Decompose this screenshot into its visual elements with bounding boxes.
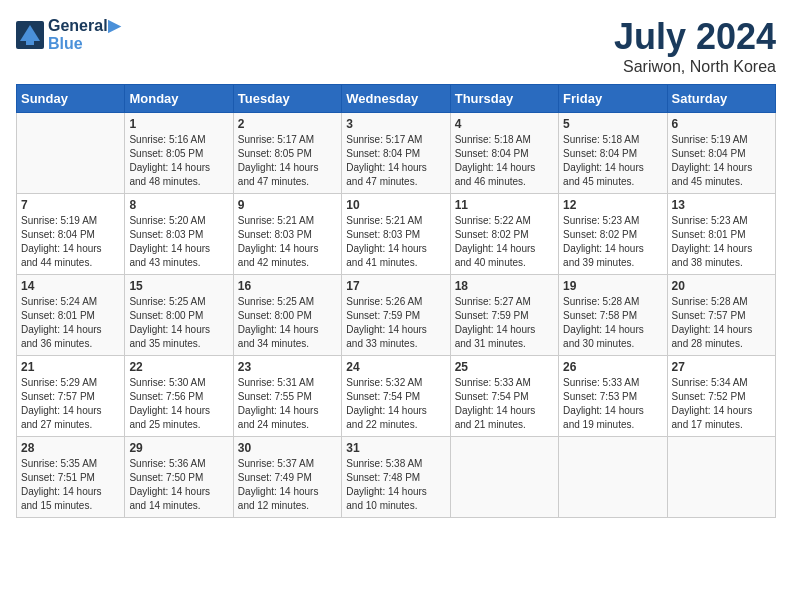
day-number: 24 [346, 360, 445, 374]
day-info: Sunrise: 5:19 AM Sunset: 8:04 PM Dayligh… [672, 133, 771, 189]
weekday-wednesday: Wednesday [342, 85, 450, 113]
day-info: Sunrise: 5:33 AM Sunset: 7:54 PM Dayligh… [455, 376, 554, 432]
day-number: 7 [21, 198, 120, 212]
calendar-cell: 1Sunrise: 5:16 AM Sunset: 8:05 PM Daylig… [125, 113, 233, 194]
calendar-cell: 16Sunrise: 5:25 AM Sunset: 8:00 PM Dayli… [233, 275, 341, 356]
day-number: 19 [563, 279, 662, 293]
day-number: 29 [129, 441, 228, 455]
day-info: Sunrise: 5:24 AM Sunset: 8:01 PM Dayligh… [21, 295, 120, 351]
day-info: Sunrise: 5:37 AM Sunset: 7:49 PM Dayligh… [238, 457, 337, 513]
weekday-tuesday: Tuesday [233, 85, 341, 113]
calendar-cell: 28Sunrise: 5:35 AM Sunset: 7:51 PM Dayli… [17, 437, 125, 518]
day-info: Sunrise: 5:35 AM Sunset: 7:51 PM Dayligh… [21, 457, 120, 513]
calendar-cell: 11Sunrise: 5:22 AM Sunset: 8:02 PM Dayli… [450, 194, 558, 275]
calendar-cell: 13Sunrise: 5:23 AM Sunset: 8:01 PM Dayli… [667, 194, 775, 275]
day-info: Sunrise: 5:25 AM Sunset: 8:00 PM Dayligh… [129, 295, 228, 351]
calendar-cell: 3Sunrise: 5:17 AM Sunset: 8:04 PM Daylig… [342, 113, 450, 194]
day-number: 8 [129, 198, 228, 212]
day-number: 23 [238, 360, 337, 374]
calendar-cell: 25Sunrise: 5:33 AM Sunset: 7:54 PM Dayli… [450, 356, 558, 437]
day-number: 31 [346, 441, 445, 455]
calendar-cell [450, 437, 558, 518]
day-info: Sunrise: 5:38 AM Sunset: 7:48 PM Dayligh… [346, 457, 445, 513]
calendar-cell: 19Sunrise: 5:28 AM Sunset: 7:58 PM Dayli… [559, 275, 667, 356]
calendar-header: SundayMondayTuesdayWednesdayThursdayFrid… [17, 85, 776, 113]
day-info: Sunrise: 5:26 AM Sunset: 7:59 PM Dayligh… [346, 295, 445, 351]
day-number: 2 [238, 117, 337, 131]
day-number: 6 [672, 117, 771, 131]
day-info: Sunrise: 5:23 AM Sunset: 8:02 PM Dayligh… [563, 214, 662, 270]
calendar-cell: 31Sunrise: 5:38 AM Sunset: 7:48 PM Dayli… [342, 437, 450, 518]
day-info: Sunrise: 5:36 AM Sunset: 7:50 PM Dayligh… [129, 457, 228, 513]
day-number: 26 [563, 360, 662, 374]
day-number: 18 [455, 279, 554, 293]
day-number: 22 [129, 360, 228, 374]
day-number: 10 [346, 198, 445, 212]
calendar-cell: 9Sunrise: 5:21 AM Sunset: 8:03 PM Daylig… [233, 194, 341, 275]
day-info: Sunrise: 5:22 AM Sunset: 8:02 PM Dayligh… [455, 214, 554, 270]
logo: General▶ Blue [16, 16, 120, 53]
calendar-cell [17, 113, 125, 194]
calendar-cell [667, 437, 775, 518]
calendar-cell: 18Sunrise: 5:27 AM Sunset: 7:59 PM Dayli… [450, 275, 558, 356]
day-number: 9 [238, 198, 337, 212]
calendar-cell: 4Sunrise: 5:18 AM Sunset: 8:04 PM Daylig… [450, 113, 558, 194]
day-info: Sunrise: 5:17 AM Sunset: 8:04 PM Dayligh… [346, 133, 445, 189]
day-number: 15 [129, 279, 228, 293]
calendar-cell [559, 437, 667, 518]
day-number: 21 [21, 360, 120, 374]
day-info: Sunrise: 5:17 AM Sunset: 8:05 PM Dayligh… [238, 133, 337, 189]
day-number: 1 [129, 117, 228, 131]
calendar-cell: 27Sunrise: 5:34 AM Sunset: 7:52 PM Dayli… [667, 356, 775, 437]
day-info: Sunrise: 5:18 AM Sunset: 8:04 PM Dayligh… [455, 133, 554, 189]
day-info: Sunrise: 5:20 AM Sunset: 8:03 PM Dayligh… [129, 214, 228, 270]
day-info: Sunrise: 5:33 AM Sunset: 7:53 PM Dayligh… [563, 376, 662, 432]
day-number: 13 [672, 198, 771, 212]
calendar-cell: 10Sunrise: 5:21 AM Sunset: 8:03 PM Dayli… [342, 194, 450, 275]
calendar-cell: 2Sunrise: 5:17 AM Sunset: 8:05 PM Daylig… [233, 113, 341, 194]
day-info: Sunrise: 5:18 AM Sunset: 8:04 PM Dayligh… [563, 133, 662, 189]
calendar-cell: 26Sunrise: 5:33 AM Sunset: 7:53 PM Dayli… [559, 356, 667, 437]
day-number: 28 [21, 441, 120, 455]
day-info: Sunrise: 5:28 AM Sunset: 7:57 PM Dayligh… [672, 295, 771, 351]
calendar-cell: 21Sunrise: 5:29 AM Sunset: 7:57 PM Dayli… [17, 356, 125, 437]
page-header: General▶ Blue July 2024 Sariwon, North K… [16, 16, 776, 76]
day-number: 17 [346, 279, 445, 293]
day-info: Sunrise: 5:27 AM Sunset: 7:59 PM Dayligh… [455, 295, 554, 351]
logo-icon [16, 21, 44, 49]
day-info: Sunrise: 5:28 AM Sunset: 7:58 PM Dayligh… [563, 295, 662, 351]
day-number: 30 [238, 441, 337, 455]
svg-rect-2 [26, 39, 34, 45]
day-info: Sunrise: 5:23 AM Sunset: 8:01 PM Dayligh… [672, 214, 771, 270]
title-block: July 2024 Sariwon, North Korea [614, 16, 776, 76]
day-number: 11 [455, 198, 554, 212]
day-number: 14 [21, 279, 120, 293]
day-number: 4 [455, 117, 554, 131]
calendar-body: 1Sunrise: 5:16 AM Sunset: 8:05 PM Daylig… [17, 113, 776, 518]
weekday-monday: Monday [125, 85, 233, 113]
calendar-cell: 5Sunrise: 5:18 AM Sunset: 8:04 PM Daylig… [559, 113, 667, 194]
weekday-friday: Friday [559, 85, 667, 113]
day-info: Sunrise: 5:16 AM Sunset: 8:05 PM Dayligh… [129, 133, 228, 189]
calendar-cell: 30Sunrise: 5:37 AM Sunset: 7:49 PM Dayli… [233, 437, 341, 518]
logo-text: General▶ Blue [48, 16, 120, 53]
calendar-cell: 29Sunrise: 5:36 AM Sunset: 7:50 PM Dayli… [125, 437, 233, 518]
week-row-4: 21Sunrise: 5:29 AM Sunset: 7:57 PM Dayli… [17, 356, 776, 437]
day-number: 16 [238, 279, 337, 293]
day-info: Sunrise: 5:30 AM Sunset: 7:56 PM Dayligh… [129, 376, 228, 432]
day-number: 3 [346, 117, 445, 131]
week-row-1: 1Sunrise: 5:16 AM Sunset: 8:05 PM Daylig… [17, 113, 776, 194]
subtitle: Sariwon, North Korea [614, 58, 776, 76]
day-number: 27 [672, 360, 771, 374]
calendar-cell: 7Sunrise: 5:19 AM Sunset: 8:04 PM Daylig… [17, 194, 125, 275]
calendar-cell: 6Sunrise: 5:19 AM Sunset: 8:04 PM Daylig… [667, 113, 775, 194]
calendar-cell: 8Sunrise: 5:20 AM Sunset: 8:03 PM Daylig… [125, 194, 233, 275]
day-info: Sunrise: 5:19 AM Sunset: 8:04 PM Dayligh… [21, 214, 120, 270]
day-info: Sunrise: 5:21 AM Sunset: 8:03 PM Dayligh… [346, 214, 445, 270]
calendar-cell: 12Sunrise: 5:23 AM Sunset: 8:02 PM Dayli… [559, 194, 667, 275]
calendar-cell: 14Sunrise: 5:24 AM Sunset: 8:01 PM Dayli… [17, 275, 125, 356]
calendar-cell: 17Sunrise: 5:26 AM Sunset: 7:59 PM Dayli… [342, 275, 450, 356]
calendar-cell: 22Sunrise: 5:30 AM Sunset: 7:56 PM Dayli… [125, 356, 233, 437]
calendar-cell: 15Sunrise: 5:25 AM Sunset: 8:00 PM Dayli… [125, 275, 233, 356]
day-info: Sunrise: 5:29 AM Sunset: 7:57 PM Dayligh… [21, 376, 120, 432]
